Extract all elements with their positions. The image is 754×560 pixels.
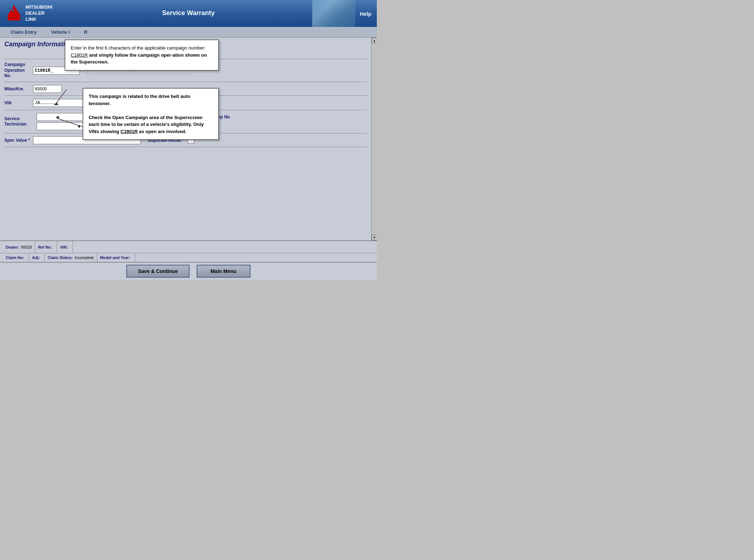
callout2-code: C1801R bbox=[121, 129, 138, 134]
claim-status-item: Claim Status: Incomplete bbox=[45, 253, 97, 262]
miles-label: Miles/Km bbox=[4, 86, 33, 91]
vin-status-label: VIN: bbox=[60, 245, 68, 249]
scroll-track bbox=[371, 43, 377, 235]
header-title: Service Warranty bbox=[162, 9, 215, 17]
spec-label-text: Spec Value * bbox=[4, 138, 30, 143]
tab-r[interactable]: R bbox=[77, 28, 94, 36]
miles-input[interactable] bbox=[33, 85, 62, 93]
claim-no-item: Claim No: bbox=[3, 253, 29, 262]
bottom-status: Claim No: Adj: Claim Status: Incomplete … bbox=[0, 253, 377, 262]
ref-no-label: Ref No: bbox=[38, 245, 52, 249]
dealer-value: 99320 bbox=[21, 245, 32, 249]
spec-label: Spec Value * bbox=[4, 138, 33, 143]
buttons-area: Save & Continue Main Menu bbox=[0, 262, 377, 280]
callout2-text3: as open are involved. bbox=[138, 129, 187, 134]
logo-text: MITSUBISHI DEALER LINK bbox=[25, 4, 52, 23]
tech-dropdown[interactable]: ▼ bbox=[37, 122, 83, 130]
campaign-label-text: CampaignOperationNo bbox=[4, 62, 25, 78]
model-year-item: Model and Year: bbox=[97, 253, 135, 262]
scroll-down-button[interactable]: ▼ bbox=[371, 235, 377, 240]
content-area: Campaign Information Enter in the first … bbox=[0, 38, 371, 240]
mitsubishi-logo-icon bbox=[5, 5, 23, 22]
vin-input[interactable] bbox=[33, 99, 89, 107]
vin-status-item: VIN: bbox=[57, 241, 73, 253]
ref-no-item: Ref No: bbox=[35, 241, 57, 253]
content-and-scroll: Campaign Information Enter in the first … bbox=[0, 38, 377, 240]
claim-status-label: Claim Status: bbox=[48, 255, 73, 260]
callout1-text2: and simply follow the campaign oper-atio… bbox=[71, 52, 207, 65]
model-year-label: Model and Year: bbox=[100, 255, 130, 260]
callout-box-1: Enter in the first 6 characters of the a… bbox=[65, 39, 219, 71]
tab-claim-entry[interactable]: Claim Entry bbox=[4, 28, 44, 36]
header-photo bbox=[312, 0, 355, 27]
nav-tabs: Claim Entry Vehicle I R bbox=[0, 27, 377, 38]
claim-status-value: Incomplete bbox=[75, 255, 94, 260]
dealer-item: Dealer: 99320 bbox=[3, 241, 35, 253]
tech-dropdown-arrow: ▼ bbox=[77, 124, 81, 129]
callout1-code: C1801R bbox=[71, 52, 88, 58]
tab-vehicle-info[interactable]: Vehicle I bbox=[44, 28, 77, 36]
claim-no-label: Claim No: bbox=[6, 255, 24, 260]
service-tech-label: ServiceTechnician bbox=[4, 116, 33, 127]
logo-area: MITSUBISHI DEALER LINK bbox=[5, 4, 52, 23]
header: MITSUBISHI DEALER LINK Service Warranty … bbox=[0, 0, 377, 27]
status-bar: Dealer: 99320 Ref No: VIN: bbox=[0, 240, 377, 253]
help-button[interactable]: Help bbox=[360, 10, 371, 17]
campaign-label: CampaignOperationNo bbox=[4, 62, 33, 79]
adj-label: Adj: bbox=[32, 255, 39, 260]
dealer-label: Dealer: bbox=[6, 245, 19, 249]
main-menu-button[interactable]: Main Menu bbox=[197, 265, 250, 278]
callout2-text1: This campaign is related to the drive be… bbox=[89, 93, 213, 107]
right-scrollbar: ▲ ▼ bbox=[371, 38, 377, 240]
page-wrapper: MITSUBISHI DEALER LINK Service Warranty … bbox=[0, 0, 377, 280]
adj-item: Adj: bbox=[29, 253, 45, 262]
vin-label: VIN bbox=[4, 100, 33, 105]
callout2-text2: Check the Open Campaign area of the Supe… bbox=[89, 114, 213, 135]
callout1-text1: Enter in the first 6 characters of the a… bbox=[71, 45, 206, 51]
callout-box-2: This campaign is related to the drive be… bbox=[83, 88, 219, 140]
scroll-up-button[interactable]: ▲ bbox=[371, 38, 377, 43]
svg-marker-6 bbox=[12, 5, 16, 9]
save-continue-button[interactable]: Save & Continue bbox=[126, 265, 189, 278]
